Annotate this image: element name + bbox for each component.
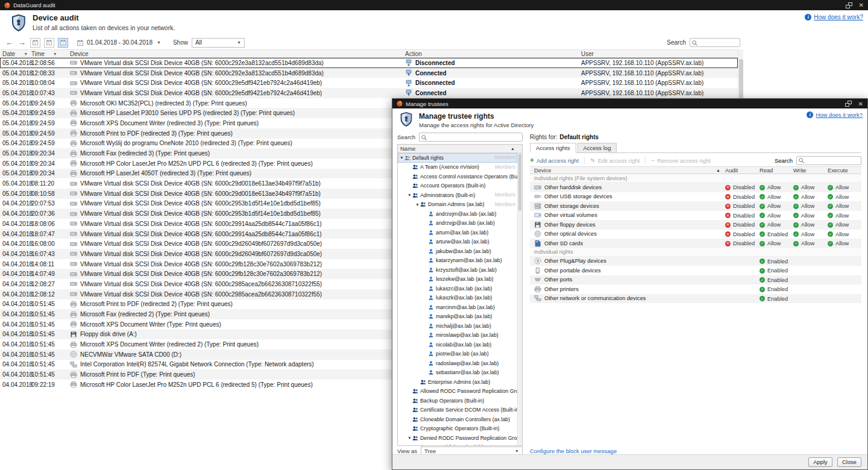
audit-row[interactable]: 05.04.201812:08:33VMware Virtual disk SC…: [0, 68, 738, 78]
audit-time: 16:07:43: [31, 251, 70, 257]
check-icon: ✓: [793, 213, 799, 218]
audit-row[interactable]: 05.04.201810:08:04VMware Virtual disk SC…: [0, 78, 738, 88]
tree-item[interactable]: miroslawp@ax.lab (ax.lab): [398, 331, 517, 340]
tree-column-name[interactable]: Name ▲: [398, 145, 522, 153]
trustee-search-input[interactable]: [429, 133, 521, 141]
rights-row[interactable]: Other harddisk devices✕Disabled✓Allow✓Al…: [530, 183, 861, 192]
tree-item[interactable]: Cryptographic Operators (Built-in): [398, 424, 517, 434]
column-read[interactable]: Read: [760, 168, 793, 174]
tab-access-rights[interactable]: Access rights: [530, 143, 576, 153]
date-range-picker[interactable]: 01.04.2018 - 30.04.2018 ▼: [77, 39, 161, 46]
tree-item[interactable]: lukaszk@ax.lab (ax.lab): [398, 293, 517, 303]
tree-item[interactable]: piotrw@ax.lab (ax.lab): [398, 349, 517, 359]
tree-item[interactable]: Enterprise Admins (ax.lab): [398, 377, 517, 387]
close-window-button[interactable]: ✕: [858, 101, 863, 107]
rights-search-box[interactable]: [796, 156, 861, 165]
tree-item[interactable]: andrzejm@ax.lab (ax.lab): [398, 209, 517, 219]
rights-row[interactable]: Other printers✓Enabled: [530, 284, 861, 294]
column-write[interactable]: Write: [793, 168, 828, 174]
column-time[interactable]: Time▼: [31, 51, 70, 57]
column-device[interactable]: Device ▲: [530, 168, 725, 174]
close-window-button[interactable]: ✕: [859, 2, 864, 8]
collapse-icon[interactable]: ▾: [407, 435, 412, 440]
tree-item[interactable]: katarzynam@ax.lab (ax.lab): [398, 256, 517, 266]
tree-item[interactable]: Cloneable Domain Controllers (ax.lab): [398, 415, 517, 424]
column-audit[interactable]: Audit: [725, 168, 760, 174]
edit-access-right-button[interactable]: ✎ Edit access right: [590, 157, 640, 164]
allowed-badge: ✓Allow: [760, 184, 781, 190]
tree-item[interactable]: andrzejp@ax.lab (ax.lab): [398, 219, 517, 228]
back-button[interactable]: ←: [5, 38, 14, 47]
tree-item[interactable]: sebastianr@ax.lab (ax.lab): [398, 368, 517, 378]
restore-window-button[interactable]: [846, 2, 852, 8]
tree-item[interactable]: radoslawp@ax.lab (ax.lab): [398, 359, 517, 368]
tree-item[interactable]: Certificate Service DCOM Access (Built-i…: [398, 406, 517, 415]
tree-item[interactable]: jakubw@ax.lab (ax.lab): [398, 246, 517, 256]
column-execute[interactable]: Execute: [828, 168, 861, 174]
rights-row[interactable]: ?Other Plug&Play devices✓Enabled: [530, 257, 861, 266]
help-link[interactable]: i How does it work?: [807, 111, 863, 118]
check-icon: ✓: [760, 231, 765, 237]
remove-access-right-button[interactable]: − Remove access right: [651, 157, 711, 164]
rights-row[interactable]: Other USB storage devices✕Disabled✓Allow…: [530, 192, 861, 202]
tree-item[interactable]: arturw@ax.lab (ax.lab): [398, 237, 517, 247]
tree-item[interactable]: ▾Domain Admins (ax.lab)Members: [398, 200, 517, 210]
help-link[interactable]: i How does it work?: [805, 14, 863, 20]
show-filter-select[interactable]: All ▼: [192, 38, 245, 48]
tree-item[interactable]: marcinm@ax.lab (ax.lab): [398, 302, 517, 312]
rights-search-input[interactable]: [806, 157, 860, 164]
tree-item[interactable]: A Team (Axence nVision)Members: [398, 163, 517, 172]
tree-item[interactable]: michalj@ax.lab (ax.lab): [398, 321, 517, 331]
column-date[interactable]: Date▼: [0, 51, 31, 57]
tree-item[interactable]: Access Control Assistance Operators (Bui…: [398, 172, 517, 181]
tree-item[interactable]: Cert Publishers (ax.lab): [398, 443, 517, 446]
close-button[interactable]: Close: [837, 457, 861, 467]
rights-row[interactable]: Other optical devices✕Disabled✓Enabled✓A…: [530, 230, 861, 239]
apply-button[interactable]: Apply: [808, 457, 832, 467]
tree-item[interactable]: arturn@ax.lab (ax.lab): [398, 228, 517, 237]
tree-item[interactable]: marekp@ax.lab (ax.lab): [398, 312, 517, 322]
search-input[interactable]: [699, 39, 739, 46]
forward-button[interactable]: →: [17, 38, 27, 47]
tree-item[interactable]: nicolab@ax.lab (ax.lab): [398, 340, 517, 349]
tree-item[interactable]: krzysztofl@ax.lab (ax.lab): [398, 265, 517, 275]
tree-scrollbar[interactable]: [517, 153, 522, 445]
tree-item[interactable]: lukaszc@ax.lab (ax.lab): [398, 284, 517, 293]
trustee-search-box[interactable]: [419, 133, 523, 142]
tree-item[interactable]: ▾Default rightsMembers: [398, 153, 517, 163]
rights-row[interactable]: Other portable devices✓Enabled: [530, 266, 861, 275]
calendar-day-button[interactable]: [30, 38, 40, 48]
tree-item[interactable]: Allowed RODC Password Replication Group …: [398, 387, 517, 396]
rights-row[interactable]: Other network or communication devices✓E…: [530, 294, 861, 304]
configure-block-message-link[interactable]: Configure the block user message: [530, 448, 617, 454]
audit-row[interactable]: 05.04.201810:07:43VMware Virtual disk SC…: [0, 88, 738, 98]
collapse-icon[interactable]: ▾: [399, 155, 404, 160]
calendar-month-button[interactable]: [58, 38, 68, 48]
scrollbar-thumb[interactable]: [518, 154, 521, 211]
tree-item[interactable]: Backup Operators (Built-in): [398, 396, 517, 406]
tab-access-log[interactable]: Access log: [577, 143, 617, 152]
filter-arrow-icon[interactable]: ▼: [53, 52, 57, 56]
audit-row[interactable]: 05.04.201812:08:56VMware Virtual disk SC…: [0, 58, 738, 68]
add-access-right-button[interactable]: + Add access right: [530, 157, 579, 164]
rights-row[interactable]: Other virtual volumes✕Disabled✓Allow✓All…: [530, 211, 861, 221]
filter-arrow-icon[interactable]: ▼: [24, 52, 28, 56]
collapse-icon[interactable]: ▾: [415, 202, 420, 207]
rights-row[interactable]: Other storage devices✕Disabled✓Allow✓All…: [530, 201, 861, 211]
rights-row[interactable]: Other floppy devices✕Disabled✓Allow✓Allo…: [530, 220, 861, 230]
search-box[interactable]: [690, 38, 740, 47]
tree-item[interactable]: ▾Denied RODC Password Replication Group …: [398, 433, 517, 443]
tree-item[interactable]: leszekw@ax.lab (ax.lab): [398, 275, 517, 284]
audit-time: 10:51:45: [31, 351, 70, 358]
collapse-icon[interactable]: ▾: [407, 192, 412, 198]
rights-row[interactable]: Other ports✓Enabled: [530, 275, 861, 285]
allowed-badge: ✓Allow: [828, 240, 849, 246]
column-user[interactable]: User: [581, 51, 738, 57]
column-action[interactable]: Action: [403, 51, 581, 57]
tree-item[interactable]: ▾Administrators (Built-in)Members: [398, 190, 517, 200]
restore-window-button[interactable]: [845, 101, 852, 107]
rights-row[interactable]: Other SD cards✕Disabled✓Allow✓Allow✓Allo…: [530, 239, 861, 248]
column-device[interactable]: Device: [70, 51, 403, 57]
tree-item[interactable]: Account Operators (Built-in): [398, 181, 517, 191]
calendar-week-button[interactable]: [44, 38, 54, 48]
